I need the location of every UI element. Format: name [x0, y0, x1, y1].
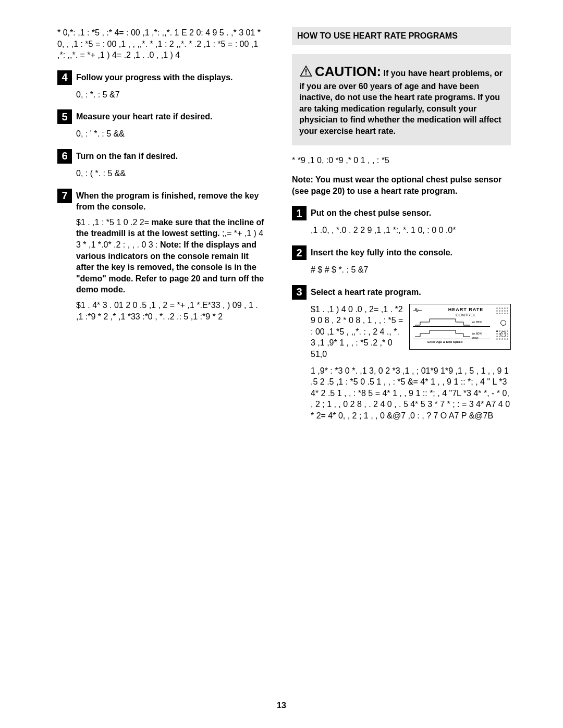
step-2-header: 2 Insert the key fully into the console.: [292, 245, 511, 260]
hr-label-85: to 85% max.: [472, 320, 487, 328]
hr-graph-area: to 85% max. to 80% max. Enter Age & Max …: [424, 316, 487, 342]
step-6-title: Turn on the fan if desired.: [76, 149, 178, 162]
pre-note-line: * *9 ,1 0, :0 *9 ,* 0 1 , , : *5: [292, 155, 511, 166]
svg-rect-1: [305, 73, 307, 74]
step-4-title: Follow your progress with the displays.: [76, 70, 233, 83]
caution-title: CAUTION:: [315, 64, 381, 79]
hr-profile-line-2: [414, 327, 471, 339]
step-7-title: When the program is finished, remove the…: [76, 189, 266, 213]
right-column: HOW TO USE HEART RATE PROGRAMS CAUTION: …: [292, 27, 511, 426]
caution-box: CAUTION: If you have heart problems, or …: [292, 54, 511, 145]
heartbeat-icon: [413, 306, 422, 313]
hr-profile-line-1: [414, 316, 471, 327]
step-1r-title: Put on the chest pulse sensor.: [311, 206, 431, 219]
left-column: * 0,*: ,1 : *5 , :* 4= : 00 ,1 ,*: ,,*. …: [57, 27, 266, 426]
step-6-body: 0, : ( *. : 5 &&: [76, 168, 266, 179]
step-2r-title: Insert the key fully into the console.: [311, 245, 452, 258]
step-1-header: 1 Put on the chest pulse sensor.: [292, 206, 511, 220]
step-number-4: 4: [57, 70, 72, 85]
step-4-body: 0, : *. : 5 &7: [76, 89, 266, 101]
step-7-para2: $1 . 4* 3 . 01 2 0 .5 ,1 , 2 = *+ ,1 *.E…: [76, 300, 266, 322]
heart-rate-diagram: HEART RATE CONTROL to 85% max. to 80% ma…: [409, 304, 511, 350]
step-3r-title: Select a heart rate program.: [311, 285, 421, 298]
hr-indicator-dots-2: [496, 330, 508, 341]
intro-paragraph: * 0,*: ,1 : *5 , :* 4= : 00 ,1 ,*: ,,*. …: [57, 27, 266, 61]
step-number-6: 6: [57, 149, 72, 164]
step-3r-body: HEART RATE CONTROL to 85% max. to 80% ma…: [311, 304, 511, 422]
step-2r-body: # $ # $ *. : 5 &7: [311, 264, 511, 276]
step-3r-para2: 1 ,9* : *3 0 *. ,1 3, 0 2 *3 ,1 , ; 01*9…: [311, 365, 511, 422]
step-3-header: 3 Select a heart rate program.: [292, 285, 511, 300]
step-number-5: 5: [57, 109, 72, 124]
step-number-3: 3: [292, 285, 307, 300]
hr-button-1: [500, 320, 506, 326]
note-bold: Note: You must wear the optional chest p…: [292, 175, 501, 195]
hr-bottom-label: Enter Age & Max Speed: [427, 340, 462, 344]
page-number: 13: [0, 701, 563, 710]
warning-icon: [299, 65, 313, 80]
step-number-1: 1: [292, 206, 307, 220]
hr-brand: HEART RATE: [423, 306, 508, 313]
step-5-title: Measure your heart rate if desired.: [76, 109, 212, 122]
manual-page: * 0,*: ,1 : *5 , :* 4= : 00 ,1 ,*: ,,*. …: [0, 0, 563, 728]
step-7-body: $1 . ,1 : *5 1 0 .2 2= make sure that th…: [76, 217, 266, 295]
svg-rect-0: [305, 69, 307, 72]
step-5-header: 5 Measure your heart rate if desired.: [57, 109, 266, 124]
step-7-header: 7 When the program is finished, remove t…: [57, 189, 266, 213]
hr-indicator-dots: [496, 307, 508, 315]
step-6-header: 6 Turn on the fan if desired.: [57, 149, 266, 164]
step-4-header: 4 Follow your progress with the displays…: [57, 70, 266, 85]
step-number-7: 7: [57, 189, 72, 203]
section-header-heart-rate: HOW TO USE HEART RATE PROGRAMS: [292, 27, 511, 45]
step-7-text-a: $1 . ,1 : *5 1 0 .2 2=: [76, 218, 152, 227]
step-5-body: 0, : ' *. : 5 &&: [76, 128, 266, 140]
step-number-2: 2: [292, 245, 307, 260]
step-1r-body: ,1 .0, , *.0 . 2 2 9 ,1 ,1 *:, *. 1 0, :…: [311, 225, 511, 236]
